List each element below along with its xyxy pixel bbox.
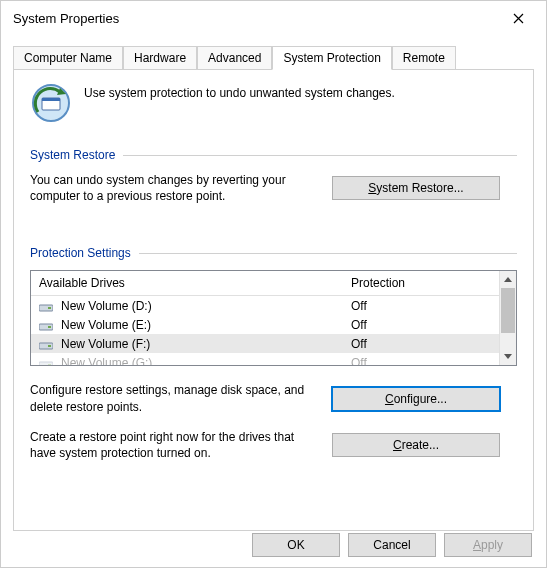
drive-protection: Off	[351, 337, 491, 351]
scroll-down-button[interactable]	[500, 348, 516, 365]
drive-protection: Off	[351, 318, 491, 332]
drive-row[interactable]: New Volume (F:) Off	[31, 334, 499, 353]
column-header-drives[interactable]: Available Drives	[39, 276, 351, 290]
drive-name: New Volume (F:)	[61, 337, 351, 351]
divider	[139, 253, 517, 254]
configure-button[interactable]: Configure...	[332, 387, 500, 411]
drive-name: New Volume (E:)	[61, 318, 351, 332]
drive-protection: Off	[351, 299, 491, 313]
group-protection-settings-label: Protection Settings	[30, 246, 131, 260]
system-restore-button[interactable]: System Restore...	[332, 176, 500, 200]
close-icon	[513, 13, 524, 24]
system-restore-row: You can undo system changes by reverting…	[30, 172, 517, 204]
drive-protection: Off	[351, 356, 491, 366]
apply-button[interactable]: Apply	[444, 533, 532, 557]
intro-row: Use system protection to undo unwanted s…	[30, 82, 517, 124]
tab-strip: Computer Name Hardware Advanced System P…	[1, 35, 546, 69]
drive-row[interactable]: New Volume (G:) Off	[31, 353, 499, 365]
svg-rect-9	[48, 345, 51, 347]
drives-header-row: Available Drives Protection	[31, 271, 499, 296]
group-protection-settings: Protection Settings	[30, 246, 517, 260]
svg-rect-5	[48, 307, 51, 309]
create-desc: Create a restore point right now for the…	[30, 429, 320, 461]
tab-panel-system-protection: Use system protection to undo unwanted s…	[13, 69, 534, 531]
drives-listbox[interactable]: Available Drives Protection New Volume (…	[30, 270, 517, 366]
tab-computer-name[interactable]: Computer Name	[13, 46, 123, 70]
drive-icon	[39, 356, 55, 366]
svg-rect-11	[48, 364, 51, 366]
drive-name: New Volume (D:)	[61, 299, 351, 313]
scroll-track[interactable]	[500, 288, 516, 348]
system-restore-desc: You can undo system changes by reverting…	[30, 172, 320, 204]
drive-icon	[39, 318, 55, 332]
scroll-thumb[interactable]	[501, 288, 515, 333]
titlebar: System Properties	[1, 1, 546, 35]
cancel-button[interactable]: Cancel	[348, 533, 436, 557]
scrollbar[interactable]	[499, 271, 516, 365]
tab-hardware[interactable]: Hardware	[123, 46, 197, 70]
tab-system-protection[interactable]: System Protection	[272, 46, 391, 70]
close-button[interactable]	[498, 4, 538, 32]
drive-icon	[39, 299, 55, 313]
drive-icon	[39, 337, 55, 351]
configure-desc: Configure restore settings, manage disk …	[30, 382, 320, 414]
window-title: System Properties	[13, 11, 498, 26]
chevron-down-icon	[504, 354, 512, 359]
intro-text: Use system protection to undo unwanted s…	[84, 82, 395, 100]
drives-rows: New Volume (D:) Off New Volume (E:) Off …	[31, 296, 499, 365]
ok-button[interactable]: OK	[252, 533, 340, 557]
chevron-up-icon	[504, 277, 512, 282]
create-row: Create a restore point right now for the…	[30, 429, 517, 461]
drive-row[interactable]: New Volume (D:) Off	[31, 296, 499, 315]
create-button[interactable]: Create...	[332, 433, 500, 457]
group-system-restore: System Restore	[30, 148, 517, 162]
group-system-restore-label: System Restore	[30, 148, 115, 162]
drive-name: New Volume (G:)	[61, 356, 351, 366]
dialog-footer: OK Cancel Apply	[252, 533, 532, 557]
drives-table: Available Drives Protection New Volume (…	[31, 271, 499, 365]
svg-rect-7	[48, 326, 51, 328]
svg-rect-2	[42, 98, 60, 101]
system-properties-window: System Properties Computer Name Hardware…	[0, 0, 547, 568]
tab-advanced[interactable]: Advanced	[197, 46, 272, 70]
scroll-up-button[interactable]	[500, 271, 516, 288]
system-restore-icon	[30, 82, 72, 124]
column-header-protection[interactable]: Protection	[351, 276, 491, 290]
divider	[123, 155, 517, 156]
drive-row[interactable]: New Volume (E:) Off	[31, 315, 499, 334]
tab-remote[interactable]: Remote	[392, 46, 456, 70]
configure-row: Configure restore settings, manage disk …	[30, 382, 517, 414]
